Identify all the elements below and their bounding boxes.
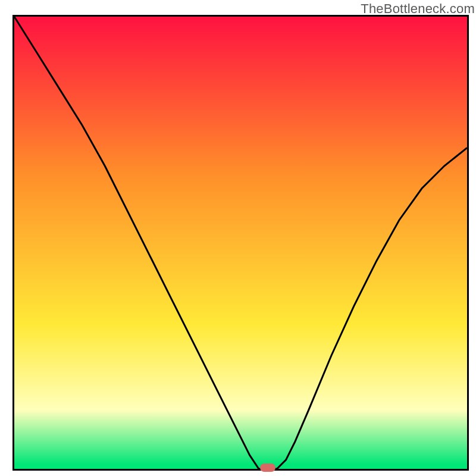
watermark-label: TheBottleneck.com — [361, 1, 475, 17]
chart-container: TheBottleneck.com — [0, 0, 476, 476]
bottleneck-curve — [14, 17, 467, 469]
min-marker — [260, 464, 275, 472]
